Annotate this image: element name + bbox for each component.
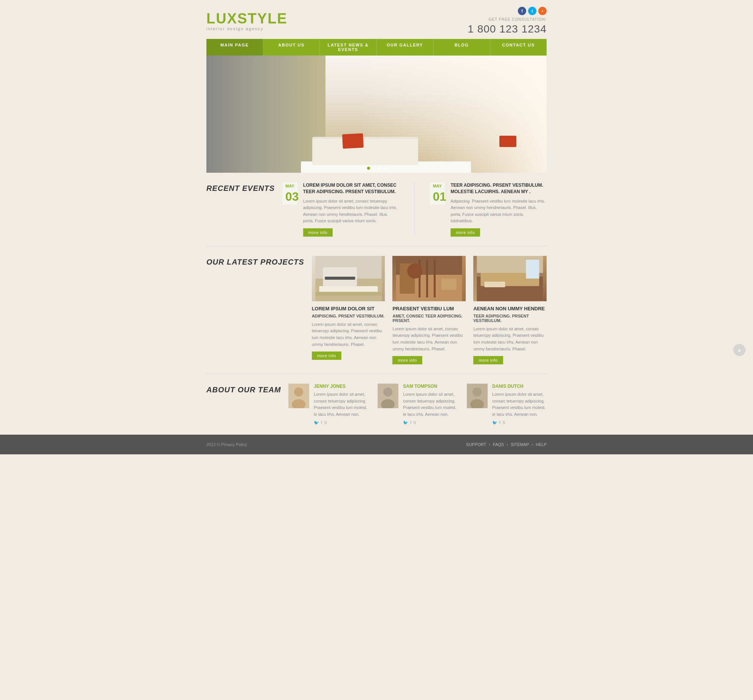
project-1-image (312, 256, 385, 301)
logo: LUXSTYLE (206, 11, 287, 26)
event-1-day: 03 (283, 190, 297, 205)
team-1-facebook[interactable]: f (321, 420, 322, 425)
project-2-subtitle: AMET, CONSEC TEER ADIPISCING. PRSENT. (392, 314, 466, 323)
event-1-content: LOREM IPSUM DOLOR SIT AMET, CONSEC TEER … (303, 182, 399, 237)
hero-dot-4[interactable] (383, 167, 386, 170)
team-2-name: SAM TOMPSON (403, 384, 458, 389)
footer-faqs[interactable]: FAQS (493, 442, 504, 447)
events-label: RECENT EVENTS (206, 182, 275, 200)
project-item-2: PRAESENT VESTIBU LUM AMET, CONSEC TEER A… (392, 256, 466, 364)
team-3-socials: 🐦 f S (492, 420, 547, 425)
site-footer: 2013 © Privacy Policy SUPPORT • FAQS • S… (0, 435, 753, 454)
hero-dots (367, 167, 386, 170)
tagline: interior design agency (206, 27, 287, 31)
header-right: f t • GET FREE CONSULTATION: 1 800 123 1… (468, 7, 547, 35)
hero-image (206, 56, 547, 173)
event-2-more-btn[interactable]: more info (451, 228, 480, 237)
team-2-twitter[interactable]: 🐦 (403, 420, 408, 425)
team-1-socials: 🐦 f S (314, 420, 368, 425)
team-1-avatar (288, 384, 309, 408)
team-inner: ABOUT OUR TEAM JENNY JONES (206, 384, 547, 425)
event-2-month: MAY (430, 182, 445, 190)
event-1-body: Lorem ipsum dolor sit amet, consec tetue… (303, 198, 399, 225)
team-1-skype[interactable]: S (324, 420, 327, 425)
event-1-title: LOREM IPSUM DOLOR SIT AMET, CONSEC TEER … (303, 182, 399, 195)
nav-gallery[interactable]: OUR GALLERY (377, 39, 434, 56)
event-1-more-btn[interactable]: more info (303, 228, 333, 237)
team-1-twitter[interactable]: 🐦 (314, 420, 319, 425)
footer-support[interactable]: SUPPORT (466, 442, 486, 447)
team-1-body: Lorem ipsum dolor sit amet, consec tetue… (314, 391, 368, 418)
main-content: RECENT EVENTS MAY 03 LOREM IPSUM DOLOR S… (206, 173, 547, 435)
project-1-more-btn[interactable]: more info (312, 352, 341, 360)
project-2-body: Lorem ipsum dolor sit amet, consec tetue… (392, 326, 466, 352)
project-1-body: Lorem ipsum dolor sit amet, consec tetue… (312, 321, 385, 348)
projects-grid: LOREM IPSUM DOLOR SIT ADIPISCING. PRSENT… (312, 256, 547, 364)
svg-rect-11 (434, 260, 436, 297)
nav-about-us[interactable]: ABOUT US (263, 39, 320, 56)
logo-area: LUXSTYLE interior design agency (206, 11, 287, 31)
project-2-more-btn[interactable]: more info (392, 356, 422, 364)
sofa-area (308, 108, 547, 173)
svg-rect-5 (315, 292, 381, 295)
team-3-skype[interactable]: S (502, 420, 505, 425)
projects-title: OUR LATEST PROJECTS (206, 258, 304, 266)
project-item-3: AENEAN NON UMMY HENDRE TEER ADIPISCING. … (473, 256, 547, 364)
team-2-skype[interactable]: S (413, 420, 416, 425)
svg-point-21 (294, 388, 303, 397)
nav-main-page[interactable]: MAIN PAGE (206, 39, 263, 56)
nav-blog[interactable]: BLOG (434, 39, 490, 56)
footer-sitemap[interactable]: SITEMAP (511, 442, 529, 447)
nav-contact[interactable]: CONTACT US (490, 39, 547, 56)
nav-news-events[interactable]: LATEST NEWS & EVENTS (320, 39, 376, 56)
hero-dot-3[interactable] (378, 167, 381, 170)
event-2-content: TEER ADIPISCING. PRSENT VESTIBULUM. MOLE… (451, 182, 547, 237)
event-2-body: Adipiscing. Praesent vestibu lum molesti… (451, 198, 547, 225)
svg-point-24 (383, 388, 392, 397)
team-3-body: Lorem ipsum dolor sit amet, consec tetue… (492, 391, 547, 418)
cushion-1 (342, 133, 364, 149)
hero-dot-2[interactable] (372, 167, 375, 170)
team-member-1: JENNY JONES Lorem ipsum dolor sit amet, … (288, 384, 368, 425)
hero-banner (206, 56, 547, 173)
logo-style: STYLE (237, 11, 287, 27)
team-member-2: SAM TOMPSON Lorem ipsum dolor sit amet, … (378, 384, 458, 425)
event-2-date: MAY 01 (430, 182, 445, 237)
project-1-title: LOREM IPSUM DOLOR SIT (312, 306, 385, 312)
sofa-main (312, 139, 418, 165)
footer-links: SUPPORT • FAQS • SITEMAP • HELP (466, 442, 547, 447)
scroll-to-top-btn[interactable] (733, 344, 745, 356)
rss-icon[interactable]: • (538, 7, 547, 15)
event-item-1: MAY 03 LOREM IPSUM DOLOR SIT AMET, CONSE… (283, 182, 399, 237)
team-member-3: DANIS DUTCH Lorem ipsum dolor sit amet, … (467, 384, 547, 425)
footer-help[interactable]: HELP (536, 442, 547, 447)
events-grid: MAY 03 LOREM IPSUM DOLOR SIT AMET, CONSE… (283, 182, 547, 237)
project-3-title: AENEAN NON UMMY HENDRE (473, 306, 547, 312)
consult-label: GET FREE CONSULTATION: (468, 17, 547, 22)
events-inner: RECENT EVENTS MAY 03 LOREM IPSUM DOLOR S… (206, 182, 547, 237)
svg-point-27 (472, 388, 481, 397)
project-3-more-btn[interactable]: more info (473, 356, 503, 364)
project-3-subtitle: TEER ADIPISCING. PRSENT VESTIBULUM. (473, 314, 547, 323)
team-3-twitter[interactable]: 🐦 (492, 420, 497, 425)
social-icons: f t • (468, 7, 547, 15)
svg-rect-18 (526, 260, 539, 278)
team-2-facebook[interactable]: f (410, 420, 411, 425)
project-3-image (473, 256, 547, 301)
project-2-image (392, 256, 466, 301)
main-nav: MAIN PAGE ABOUT US LATEST NEWS & EVENTS … (206, 39, 547, 56)
footer-dot-1: • (489, 442, 490, 447)
projects-section: OUR LATEST PROJECTS (206, 247, 547, 374)
event-item-2: MAY 01 TEER ADIPISCING. PRSENT VESTIBULU… (430, 182, 547, 237)
recent-events-section: RECENT EVENTS MAY 03 LOREM IPSUM DOLOR S… (206, 173, 547, 247)
team-3-facebook[interactable]: f (499, 420, 500, 425)
footer-dot-2: • (506, 442, 508, 447)
facebook-icon[interactable]: f (518, 7, 526, 15)
site-header: LUXSTYLE interior design agency f t • GE… (206, 0, 547, 39)
twitter-icon[interactable]: t (528, 7, 536, 15)
svg-point-12 (408, 263, 423, 278)
cushion-2 (499, 136, 516, 147)
team-3-info: DANIS DUTCH Lorem ipsum dolor sit amet, … (492, 384, 547, 425)
hero-dot-1[interactable] (367, 167, 370, 170)
project-3-body: Lorem ipsum dolor sit amet, consec tetue… (473, 326, 547, 352)
